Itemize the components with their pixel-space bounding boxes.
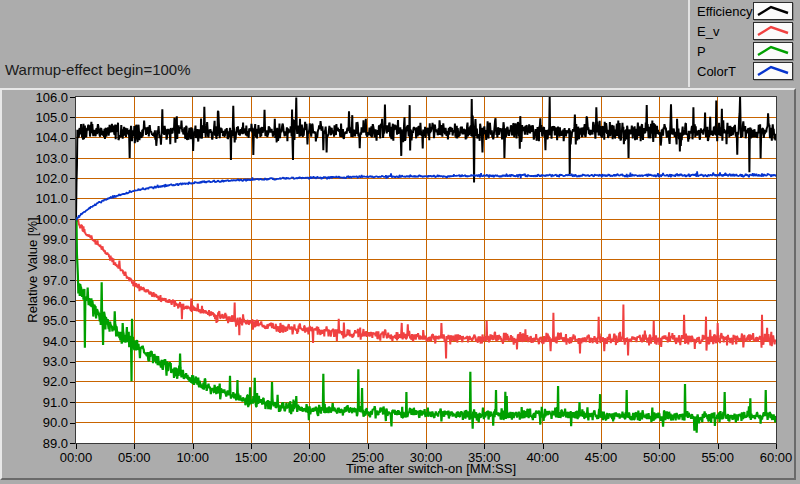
legend-item-ev[interactable]: E_v — [690, 21, 797, 41]
y-tick-label: 92.0 — [22, 375, 68, 388]
y-tick-label: 105.0 — [22, 111, 68, 124]
page-title: Warmup-effect begin=100% — [5, 61, 191, 78]
y-tick-label: 90.0 — [22, 416, 68, 429]
x-tick-label: 35:00 — [462, 451, 506, 464]
legend: Efficiency E_v P ColorT — [688, 0, 797, 87]
x-tick-label: 25:00 — [346, 451, 390, 464]
y-tick-label: 93.0 — [22, 355, 68, 368]
legend-item-colort[interactable]: ColorT — [690, 61, 797, 81]
x-tick — [426, 444, 427, 449]
x-tick-label: 40:00 — [521, 451, 565, 464]
line-sample-icon — [756, 4, 790, 18]
legend-label: ColorT — [697, 64, 736, 79]
y-tick-label: 101.0 — [22, 192, 68, 205]
y-tick-label: 89.0 — [22, 437, 68, 450]
legend-label: E_v — [697, 24, 719, 39]
y-tick-label: 97.0 — [22, 274, 68, 287]
y-tick-label: 94.0 — [22, 335, 68, 348]
line-sample-icon — [756, 44, 790, 58]
legend-swatch — [753, 42, 793, 60]
x-tick-label: 30:00 — [404, 451, 448, 464]
x-tick-label: 05:00 — [112, 451, 156, 464]
gridlines — [76, 97, 776, 443]
x-tick-label: 10:00 — [171, 451, 215, 464]
x-tick-label: 20:00 — [287, 451, 331, 464]
legend-item-p[interactable]: P — [690, 41, 797, 61]
x-tick — [543, 444, 544, 449]
x-tick-label: 60:00 — [754, 451, 798, 464]
y-tick-label: 106.0 — [22, 91, 68, 104]
x-tick — [601, 444, 602, 449]
y-tick-label: 99.0 — [22, 233, 68, 246]
x-tick — [309, 444, 310, 449]
line-sample-icon — [756, 24, 790, 38]
x-tick — [718, 444, 719, 449]
x-tick — [76, 444, 77, 449]
chart-window: { "header": { "title": "Warmup-effect be… — [0, 0, 800, 484]
x-tick — [659, 444, 660, 449]
y-tick-label: 98.0 — [22, 253, 68, 266]
x-tick-label: 15:00 — [229, 451, 273, 464]
legend-label: Efficiency — [697, 4, 752, 19]
x-tick — [251, 444, 252, 449]
y-tick-label: 91.0 — [22, 396, 68, 409]
x-tick — [193, 444, 194, 449]
plot-canvas — [76, 97, 776, 443]
x-tick — [484, 444, 485, 449]
y-tick-label: 103.0 — [22, 152, 68, 165]
y-tick-label: 104.0 — [22, 131, 68, 144]
x-tick-label: 50:00 — [637, 451, 681, 464]
x-tick — [368, 444, 369, 449]
legend-swatch — [753, 2, 793, 20]
plot-area[interactable] — [75, 96, 777, 444]
x-tick-label: 00:00 — [54, 451, 98, 464]
y-tick-label: 95.0 — [22, 314, 68, 327]
line-sample-icon — [756, 64, 790, 78]
x-tick — [776, 444, 777, 449]
x-tick — [134, 444, 135, 449]
legend-label: P — [697, 44, 706, 59]
y-tick-label: 96.0 — [22, 294, 68, 307]
legend-swatch — [753, 22, 793, 40]
legend-item-efficiency[interactable]: Efficiency — [690, 1, 797, 21]
x-tick-label: 45:00 — [579, 451, 623, 464]
y-tick-label: 100.0 — [22, 213, 68, 226]
legend-swatch — [753, 62, 793, 80]
x-tick-label: 55:00 — [696, 451, 740, 464]
y-tick-label: 102.0 — [22, 172, 68, 185]
